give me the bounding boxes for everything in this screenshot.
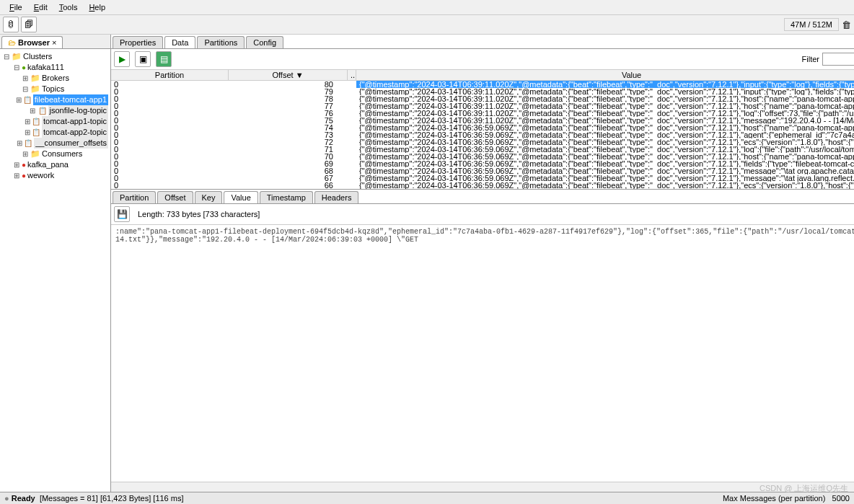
status-messages: [Messages = 81] [61,423 Bytes] [116 ms] [40,494,184,503]
table-row[interactable]: 071{"@timestamp":"2024-03-14T06:36:59.06… [111,146,854,153]
dtab-partition[interactable]: Partition [113,191,156,203]
tab-partitions[interactable]: Partitions [197,36,245,48]
save-button[interactable]: 💾 [114,206,130,222]
clone-button[interactable]: 🗐 [21,17,37,32]
max-value: 5000 [832,494,850,503]
table-row[interactable]: 065{"@timestamp":"2024-03-14T06:36:59.06… [111,189,854,190]
detail-tabs: Partition Offset Key Value Timestamp Hea… [111,190,854,204]
messages-table: Partition Offset ▼ ... Value Timestamp 0… [111,70,854,190]
menu-edit[interactable]: Edit [28,1,53,13]
col-value[interactable]: Value [356,70,854,80]
play-button[interactable]: ▶ [114,51,130,67]
table-row[interactable]: 072{"@timestamp":"2024-03-14T06:36:59.06… [111,138,854,146]
table-row[interactable]: 073{"@timestamp":"2024-03-14T06:36:59.06… [111,131,854,138]
table-row[interactable]: 075{"@timestamp":"2024-03-14T06:39:11.02… [111,117,854,124]
gc-icon[interactable]: 🗑 [842,19,851,30]
tab-properties[interactable]: Properties [113,36,163,48]
data-toolbar: ▶ ▣ ▤ Filter ➜ Messages Oldest [111,49,854,70]
refresh-button[interactable]: 🛢 [3,17,19,32]
dtab-value[interactable]: Value [224,191,257,203]
max-label: Max Messages (per partition) [723,494,825,503]
filter-input[interactable] [822,53,854,66]
table-row[interactable]: 077{"@timestamp":"2024-03-14T06:39:11.02… [111,102,854,110]
table-row[interactable]: 079{"@timestamp":"2024-03-14T06:39:11.02… [111,88,854,95]
table-row[interactable]: 068{"@timestamp":"2024-03-14T06:36:59.06… [111,167,854,174]
tab-data[interactable]: Data [164,36,195,48]
toolbar: 🛢 🗐 47M / 512M 🗑 [0,15,854,35]
right-tabs: Properties Data Partitions Config [111,35,854,49]
menu-help[interactable]: Help [83,1,111,13]
table-row[interactable]: 076{"@timestamp":"2024-03-14T06:39:11.02… [111,110,854,117]
menu-file[interactable]: FFileile [4,1,28,13]
status-ready: Ready [12,494,35,503]
menubar: FFileile Edit Tools Help [0,0,854,15]
dtab-key[interactable]: Key [195,191,223,203]
menu-tools[interactable]: Tools [53,1,84,13]
table-row[interactable]: 070{"@timestamp":"2024-03-14T06:36:59.06… [111,153,854,160]
col-partition[interactable]: Partition [111,70,229,80]
filter-label: Filter [802,55,819,63]
close-icon[interactable]: × [52,38,56,47]
status-bar: ● Ready [Messages = 81] [61,423 Bytes] [… [0,492,854,504]
tab-config[interactable]: Config [246,36,283,48]
table-row[interactable]: 074{"@timestamp":"2024-03-14T06:36:59.06… [111,124,854,131]
length-label: Length: 733 bytes [733 characters] [138,210,260,218]
dtab-timestamp[interactable]: Timestamp [260,191,313,203]
view-button[interactable]: ▤ [156,51,172,67]
hscroll[interactable] [111,482,854,492]
dtab-offset[interactable]: Offset [157,191,193,203]
value-content[interactable]: :name":"pana-tomcat-app1-filebeat-deploy… [111,225,854,482]
table-row[interactable]: 078{"@timestamp":"2024-03-14T06:39:11.02… [111,95,854,102]
detail-toolbar: 💾 Length: 733 bytes [733 characters] Vie… [111,204,854,225]
table-row[interactable]: 069{"@timestamp":"2024-03-14T06:36:59.06… [111,160,854,167]
table-row[interactable]: 067{"@timestamp":"2024-03-14T06:36:59.06… [111,174,854,182]
memory-usage: 47M / 512M [784,18,839,31]
tree-selected: filebeat-tomcat-app1 [33,94,108,105]
col-offset[interactable]: Offset ▼ [229,70,348,80]
cluster-tree[interactable]: ⊟📁Clusters ⊟●kafaka111 ⊞📁Brokers ⊟📁Topic… [0,49,110,492]
table-row[interactable]: 066{"@timestamp":"2024-03-14T06:36:59.06… [111,182,854,189]
table-row[interactable]: 080{"@timestamp":"2024-03-14T06:39:11.02… [111,81,854,88]
dtab-headers[interactable]: Headers [314,191,359,203]
col-more[interactable]: ... [348,70,356,80]
browser-tab[interactable]: 🗁Browser × [1,36,63,48]
pause-button[interactable]: ▣ [135,51,151,67]
